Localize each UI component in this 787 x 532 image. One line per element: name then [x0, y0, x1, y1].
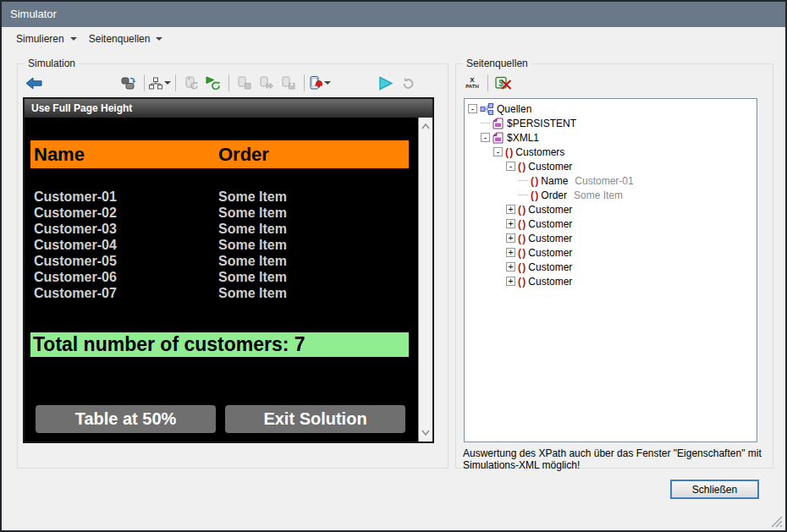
- customer-row[interactable]: Customer-03Some Item: [34, 221, 415, 237]
- xml-element-icon: ( ): [518, 218, 525, 230]
- save-simulation-state-button[interactable]: [278, 73, 300, 93]
- evaluate-xpath-button[interactable]: XPATH: [461, 73, 483, 93]
- xml-element-icon: ( ): [531, 175, 537, 187]
- tree-node[interactable]: $PERSISTENT: [465, 116, 757, 130]
- tree-node[interactable]: -$XML1: [465, 130, 757, 145]
- expand-icon[interactable]: +: [506, 233, 515, 243]
- customer-name: Customer-01: [34, 189, 218, 205]
- window-titlebar: Simulator: [2, 2, 785, 27]
- xml-element-icon: ( ): [505, 146, 512, 158]
- chevron-down-icon: [324, 81, 331, 85]
- menu-simulieren-label: Simulieren: [16, 33, 64, 45]
- tree-node-label: $PERSISTENT: [507, 118, 576, 129]
- collapse-icon[interactable]: -: [481, 133, 490, 142]
- resize-grip[interactable]: [770, 515, 783, 528]
- tree-node[interactable]: +( )Customer: [465, 202, 757, 217]
- window-title: Simulator: [10, 8, 57, 20]
- expand-icon[interactable]: +: [506, 262, 515, 271]
- xpath-icon: XPATH: [465, 77, 478, 89]
- refresh-page-icon-disabled: [184, 76, 198, 90]
- back-button[interactable]: [23, 73, 45, 93]
- customer-table: Customer-01Some ItemCustomer-02Some Item…: [34, 189, 415, 301]
- total-customers-bar: Total number of customers: 7: [30, 332, 409, 357]
- xml-element-icon: ( ): [518, 261, 525, 273]
- tree-node[interactable]: +( )Customer: [465, 260, 757, 274]
- exit-solution-button[interactable]: Exit Solution: [225, 405, 405, 433]
- expand-icon[interactable]: +: [506, 205, 515, 214]
- notification-bell-icon: [309, 76, 322, 90]
- rotate-device-icon: [121, 76, 136, 90]
- xml-element-icon: ( ): [518, 161, 525, 173]
- datasource-document-icon: [493, 132, 504, 144]
- expand-icon[interactable]: +: [506, 219, 515, 228]
- page-tree-icon: [149, 77, 162, 90]
- menu-seitenquellen-label: Seitenquellen: [89, 33, 151, 45]
- message-notifications-button[interactable]: [309, 73, 331, 93]
- expand-icon[interactable]: +: [506, 277, 515, 286]
- tree-node-label: Order: [541, 189, 567, 201]
- customer-row[interactable]: Customer-07Some Item: [34, 285, 415, 301]
- tree-node[interactable]: +( )Customer: [465, 231, 757, 245]
- scroll-down-icon[interactable]: [421, 426, 431, 438]
- menu-seitenquellen[interactable]: Seitenquellen: [83, 29, 169, 49]
- tree-connector: [519, 180, 528, 181]
- save-state-icon-disabled: [282, 76, 295, 90]
- customer-row[interactable]: Customer-06Some Item: [34, 269, 415, 285]
- tree-node[interactable]: +( )Customer: [465, 245, 757, 260]
- sources-groupbox: Seitenquellen XPATH $ -Quellen$PERSISTEN…: [455, 63, 773, 469]
- expand-icon[interactable]: +: [506, 248, 515, 257]
- customer-name: Customer-05: [34, 253, 218, 269]
- sources-toolbar: XPATH $: [461, 71, 768, 95]
- tree-node-label: Customers: [515, 146, 564, 158]
- tree-node[interactable]: ( )OrderSome Item: [465, 188, 757, 202]
- xpath-note: Auswertung des XPath auch über das Fenst…: [463, 447, 773, 471]
- tree-node[interactable]: -( )Customers: [465, 145, 757, 159]
- stop-simulation-button[interactable]: [234, 73, 256, 93]
- customer-row[interactable]: Customer-01Some Item: [34, 189, 415, 205]
- tree-node-label: Customer: [528, 233, 572, 244]
- reset-page-source-button[interactable]: $: [493, 73, 515, 93]
- menu-simulieren[interactable]: Simulieren: [10, 29, 83, 49]
- chevron-down-icon: [70, 37, 77, 41]
- select-page-button[interactable]: [149, 73, 171, 93]
- phone-scrollbar[interactable]: [418, 118, 432, 442]
- run-workflow-button[interactable]: [375, 73, 397, 93]
- customer-row[interactable]: Customer-05Some Item: [34, 253, 415, 269]
- tree-connector: [481, 123, 490, 123]
- collapse-icon[interactable]: -: [493, 147, 503, 156]
- customer-row[interactable]: Customer-02Some Item: [34, 205, 415, 221]
- table-at-50-button[interactable]: Table at 50%: [36, 405, 216, 433]
- toolbar-separator: [175, 74, 176, 91]
- tree-node[interactable]: ( )NameCustomer-01: [465, 173, 757, 188]
- xml-element-icon: ( ): [518, 204, 525, 216]
- phone-button-row: Table at 50% Exit Solution: [36, 405, 405, 433]
- tree-node[interactable]: -( )Customer: [465, 159, 757, 173]
- customer-order: Some Item: [218, 285, 287, 301]
- customer-order: Some Item: [218, 269, 287, 285]
- tree-node[interactable]: +( )Customer: [465, 274, 757, 288]
- scroll-up-icon[interactable]: [421, 121, 431, 133]
- customer-order: Some Item: [218, 221, 287, 237]
- toolbar-separator: [144, 74, 145, 91]
- customer-order: Some Item: [218, 237, 287, 253]
- reset-simulation-button[interactable]: [397, 73, 419, 93]
- phone-page-title-label: Use Full Page Height: [31, 102, 132, 114]
- simulation-groupbox: Simulation: [17, 63, 449, 469]
- tree-node-label: Name: [541, 175, 568, 187]
- simulation-group-label: Simulation: [25, 58, 79, 69]
- restart-simulation-button[interactable]: [202, 73, 224, 93]
- collapse-icon[interactable]: -: [468, 104, 477, 113]
- customer-row[interactable]: Customer-04Some Item: [34, 237, 415, 253]
- page-sources-tree[interactable]: -Quellen$PERSISTENT-$XML1-( )Customers-(…: [464, 98, 757, 442]
- tree-node[interactable]: -Quellen: [465, 101, 757, 116]
- step-forward-button[interactable]: [256, 73, 278, 93]
- phone-page-body: Name Order Customer-01Some ItemCustomer-…: [25, 118, 418, 442]
- refresh-page-sources-button[interactable]: [180, 73, 202, 93]
- table-header-row: Name Order: [30, 140, 409, 168]
- collapse-icon[interactable]: -: [506, 162, 515, 171]
- xml-element-icon: ( ): [518, 233, 525, 244]
- rotate-device-button[interactable]: [118, 73, 140, 93]
- close-button[interactable]: Schließen: [670, 480, 759, 499]
- tree-node[interactable]: +( )Customer: [465, 217, 757, 231]
- sources-group-label: Seitenquellen: [463, 58, 531, 69]
